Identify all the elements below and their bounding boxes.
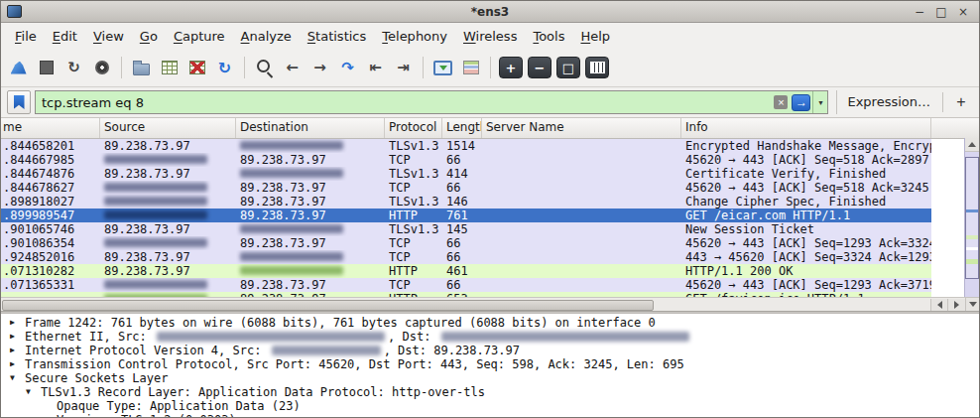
close-file-button[interactable] bbox=[184, 55, 210, 81]
menu-item-analyze[interactable]: Analyze bbox=[233, 26, 300, 47]
go-forward-button[interactable]: → bbox=[306, 55, 333, 81]
column-header-server_name[interactable]: Server Name bbox=[482, 118, 681, 138]
horizontal-scrollbar[interactable] bbox=[1, 297, 965, 311]
detail-line[interactable]: Version: TLS 1.2 (0x0303) bbox=[3, 413, 979, 417]
expand-icon[interactable]: ▶ bbox=[9, 344, 25, 357]
packet-row[interactable]: .84466798589.238.73.97TCP6645620 → 443 [… bbox=[1, 153, 931, 167]
redacted-value bbox=[104, 238, 207, 247]
scroll-right-button[interactable] bbox=[947, 299, 965, 311]
column-header-info[interactable]: Info bbox=[681, 118, 931, 138]
go-last-button[interactable]: ⇥ bbox=[390, 55, 417, 81]
arrow-first-icon: ⇤ bbox=[369, 59, 382, 76]
go-first-button[interactable]: ⇤ bbox=[362, 55, 389, 81]
cell-info: GET /eicar.com HTTP/1.1 bbox=[681, 209, 931, 222]
menu-item-capture[interactable]: Capture bbox=[166, 26, 233, 47]
column-header-destination[interactable]: Destination bbox=[236, 118, 385, 138]
scroll-left-button[interactable] bbox=[930, 299, 948, 311]
collapse-icon[interactable]: ▼ bbox=[25, 385, 41, 399]
resize-columns-button[interactable] bbox=[585, 57, 609, 78]
detail-line[interactable]: ▶Transmission Control Protocol, Src Port… bbox=[3, 357, 979, 371]
capture-options-button[interactable] bbox=[88, 55, 115, 81]
zoom-out-button[interactable]: − bbox=[528, 57, 551, 78]
menu-item-tools[interactable]: Tools bbox=[525, 26, 572, 47]
open-file-button[interactable] bbox=[128, 55, 155, 81]
expand-icon[interactable]: ▶ bbox=[9, 316, 25, 330]
expand-icon[interactable]: ▶ bbox=[9, 357, 25, 371]
packet-row[interactable]: .07131028289.238.73.97HTTP461HTTP/1.1 20… bbox=[1, 264, 931, 278]
stop-capture-button[interactable] bbox=[33, 55, 60, 81]
column-header-time[interactable]: me bbox=[1, 118, 100, 138]
packet-row[interactable]: .84467862789.238.73.97TCP6645620 → 443 [… bbox=[1, 181, 931, 195]
close-button[interactable]: × bbox=[955, 4, 971, 20]
minimize-button[interactable]: − bbox=[912, 4, 927, 20]
packet-row[interactable]: .90108635489.238.73.97TCP6645620 → 443 [… bbox=[1, 236, 931, 250]
menu-item-wireless[interactable]: Wireless bbox=[455, 26, 525, 47]
cell-time: .071365331 bbox=[1, 278, 100, 292]
hscroll-thumb[interactable] bbox=[2, 300, 654, 311]
cell-info: 443 → 45620 [ACK] Seq=3324 Ack=1293 bbox=[681, 250, 931, 264]
filter-clear-button[interactable]: × bbox=[774, 95, 788, 109]
menu-item-telephony[interactable]: Telephony bbox=[374, 26, 455, 47]
expand-icon[interactable]: ▶ bbox=[9, 330, 25, 344]
packet-row[interactable]: .07136533189.238.73.97TCP6645620 → 443 [… bbox=[1, 278, 931, 292]
find-packet-button[interactable] bbox=[251, 55, 278, 81]
packet-row[interactable]: .89998954789.238.73.97HTTP761GET /eicar.… bbox=[1, 209, 931, 222]
column-header-source[interactable]: Source bbox=[100, 118, 236, 138]
collapse-icon[interactable]: ▼ bbox=[9, 371, 25, 385]
reload-file-button[interactable]: ↻ bbox=[211, 55, 238, 81]
cell-protocol: HTTP bbox=[385, 264, 442, 278]
filter-dropdown-button[interactable]: ▼ bbox=[812, 91, 827, 113]
add-filter-button[interactable]: + bbox=[951, 92, 971, 112]
cell-destination: 89.238.73.97 bbox=[236, 153, 385, 167]
cell-source: 89.238.73.97 bbox=[100, 167, 236, 181]
scrollbar-thumb[interactable] bbox=[965, 157, 979, 279]
packet-row[interactable]: .89891802789.238.73.97TLSv1.3146Change C… bbox=[1, 195, 931, 209]
expression-button[interactable]: Expression… bbox=[836, 90, 940, 114]
display-filter-input[interactable] bbox=[36, 95, 774, 110]
detail-line[interactable]: Opaque Type: Application Data (23) bbox=[3, 399, 979, 413]
detail-line[interactable]: ▼Secure Sockets Layer bbox=[3, 371, 979, 385]
cell-destination bbox=[236, 222, 385, 236]
maximize-button[interactable]: □ bbox=[933, 4, 949, 20]
packet-row[interactable]: .84467487689.238.73.97TLSv1.3414Certific… bbox=[1, 167, 931, 181]
cell-info: Change Cipher Spec, Finished bbox=[681, 195, 931, 209]
column-header-length[interactable]: Length bbox=[442, 118, 482, 138]
start-capture-button[interactable] bbox=[5, 55, 32, 81]
scroll-up-button[interactable] bbox=[965, 138, 979, 152]
menu-item-statistics[interactable]: Statistics bbox=[300, 26, 374, 47]
packet-row[interactable]: .84465820189.238.73.97TLSv1.31514Encrypt… bbox=[1, 139, 931, 153]
detail-line[interactable]: ▶Internet Protocol Version 4, Src: , Dst… bbox=[3, 344, 979, 357]
packet-row[interactable]: .90106574689.238.73.97TLSv1.3145New Sess… bbox=[1, 222, 931, 236]
zoom-normal-button[interactable]: □ bbox=[556, 57, 580, 78]
menu-item-file[interactable]: File bbox=[7, 26, 45, 47]
detail-line[interactable]: ▶Ethernet II, Src: , Dst: bbox=[3, 330, 979, 344]
detail-line[interactable]: ▶Frame 1242: 761 bytes on wire (6088 bit… bbox=[3, 316, 979, 330]
colorize-button[interactable] bbox=[457, 55, 484, 81]
cell-destination: 89.238.73.97 bbox=[236, 236, 385, 250]
menu-item-go[interactable]: Go bbox=[132, 26, 166, 47]
zoom-in-button[interactable]: + bbox=[499, 57, 523, 78]
cell-time: .844674876 bbox=[1, 167, 100, 181]
scroll-down-button[interactable] bbox=[965, 297, 979, 311]
restart-capture-button[interactable]: ↻ bbox=[61, 55, 87, 81]
detail-text: TLSv1.3 Record Layer: Application Data P… bbox=[41, 385, 485, 399]
filter-apply-button[interactable]: → bbox=[792, 94, 810, 111]
go-back-button[interactable]: ← bbox=[279, 55, 306, 81]
packet-list-scrollbar[interactable] bbox=[964, 138, 979, 297]
filter-bookmark-button[interactable] bbox=[7, 90, 31, 114]
column-header-protocol[interactable]: Protocol bbox=[385, 118, 442, 138]
save-file-button[interactable] bbox=[156, 55, 183, 81]
titlebar[interactable]: *ens3 − □ × bbox=[1, 1, 979, 23]
menu-item-view[interactable]: View bbox=[85, 26, 132, 47]
monitor-icon bbox=[433, 61, 452, 75]
toolbar-separator bbox=[490, 57, 491, 78]
menu-item-help[interactable]: Help bbox=[572, 26, 618, 47]
auto-scroll-button[interactable] bbox=[429, 55, 456, 81]
go-to-packet-button[interactable]: ↷ bbox=[334, 55, 361, 81]
packet-row[interactable]: .92485201689.238.73.97TCP66443 → 45620 [… bbox=[1, 250, 931, 264]
menu-item-edit[interactable]: Edit bbox=[45, 26, 85, 47]
detail-line[interactable]: ▼TLSv1.3 Record Layer: Application Data … bbox=[3, 385, 979, 399]
grid-close-icon bbox=[189, 61, 205, 74]
cell-time: .071310282 bbox=[1, 264, 100, 278]
cell-server_name bbox=[482, 167, 681, 181]
